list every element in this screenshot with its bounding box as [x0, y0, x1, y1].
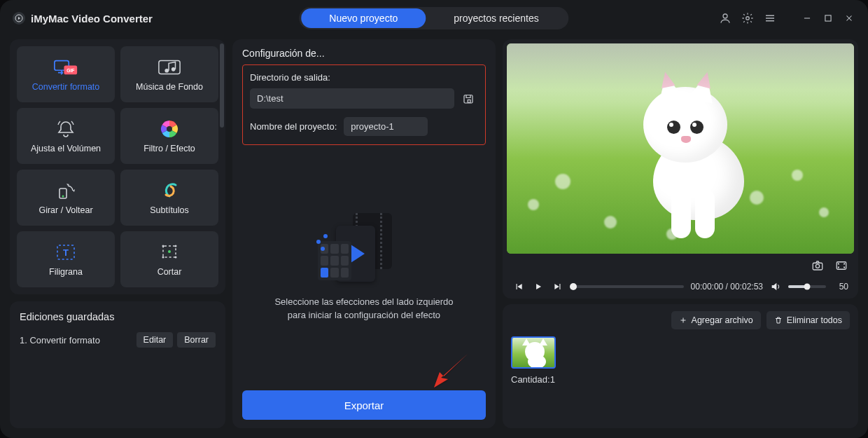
tool-label: Subtítulos: [150, 205, 189, 215]
music-icon: [158, 57, 181, 78]
bell-icon: [54, 118, 78, 139]
settings-gear-icon[interactable]: [741, 11, 755, 25]
app-logo: iMyMac Video Converter: [13, 12, 153, 25]
plus-icon: [679, 316, 687, 324]
svg-point-20: [175, 245, 177, 247]
watermark-icon: T: [54, 242, 78, 263]
svg-point-26: [816, 264, 819, 268]
tool-label: Música de Fondo: [136, 82, 203, 92]
window-minimize-icon[interactable]: [801, 12, 813, 25]
svg-rect-4: [825, 15, 831, 21]
placeholder-illustration-icon: [315, 213, 413, 283]
player-controls: 00:00:00 / 00:02:53 50: [507, 278, 854, 294]
saved-edits-panel: Ediciones guardadas 1. Convertir formato…: [10, 301, 225, 428]
tab-recent-projects[interactable]: proyectos recientes: [426, 8, 566, 28]
tab-new-project[interactable]: Nuevo proyecto: [301, 8, 426, 28]
svg-marker-1: [18, 17, 20, 20]
fullscreen-icon[interactable]: [833, 258, 850, 273]
folder-save-icon: [462, 93, 475, 105]
volume-icon[interactable]: [770, 281, 781, 292]
svg-text:T: T: [63, 247, 69, 258]
account-icon[interactable]: [718, 11, 732, 25]
saved-edit-label: 1. Convertir formato: [20, 335, 100, 345]
titlebar: iMyMac Video Converter Nuevo proyecto pr…: [0, 0, 868, 36]
saved-edit-row: 1. Convertir formato Editar Borrar: [20, 332, 216, 348]
tool-label: Filtro / Efecto: [144, 144, 195, 153]
prev-button[interactable]: [512, 280, 525, 293]
tool-adjust-volume[interactable]: Ajusta el Volúmen: [17, 108, 115, 164]
config-title: Configuración de...: [242, 48, 486, 59]
tool-panel: GIF Convertir formato: [10, 39, 225, 294]
project-name-label: Nombre del proyecto:: [250, 121, 337, 132]
tool-rotate-flip[interactable]: Girar / Voltear: [17, 170, 115, 226]
placeholder-text: Seleccione las efecciones del lado izqui…: [274, 296, 453, 322]
app-logo-icon: [13, 12, 25, 25]
preview-column: 00:00:00 / 00:02:53 50 Agregar archivo E…: [503, 39, 858, 428]
saved-delete-button[interactable]: Borrar: [177, 332, 216, 348]
tool-watermark[interactable]: T Filigrana: [17, 231, 115, 287]
svg-rect-24: [468, 100, 470, 102]
svg-point-12: [167, 126, 172, 132]
tool-crop[interactable]: Cortar: [120, 231, 218, 287]
preview-panel: 00:00:00 / 00:02:53 50: [503, 39, 858, 299]
svg-rect-23: [464, 95, 472, 102]
saved-edits-title: Ediciones guardadas: [20, 311, 216, 322]
next-button[interactable]: [552, 280, 564, 293]
tool-label: Girar / Voltear: [38, 205, 92, 215]
time-display: 00:00:00 / 00:02:53: [691, 282, 763, 292]
browse-folder-button[interactable]: [458, 89, 478, 109]
snapshot-icon[interactable]: [809, 258, 826, 273]
svg-point-3: [746, 17, 750, 20]
convert-format-icon: GIF: [54, 57, 78, 78]
tool-convert-format[interactable]: GIF Convertir formato: [17, 46, 115, 102]
svg-point-21: [162, 256, 164, 259]
crop-icon: [158, 242, 181, 263]
volume-value: 50: [833, 282, 848, 292]
color-wheel-icon: [158, 118, 181, 139]
window-maximize-icon[interactable]: [822, 12, 834, 25]
project-name-input[interactable]: [344, 117, 428, 136]
svg-point-18: [168, 250, 171, 253]
saved-edit-button[interactable]: Editar: [136, 332, 174, 348]
svg-point-10: [172, 67, 176, 71]
svg-point-14: [62, 196, 64, 198]
tool-background-music[interactable]: Música de Fondo: [120, 46, 218, 102]
tool-label: Convertir formato: [32, 82, 100, 92]
export-button[interactable]: Exportar: [242, 390, 486, 420]
file-count: Cantidad:1: [511, 374, 850, 385]
tool-label: Ajusta el Volúmen: [31, 144, 101, 153]
output-dir-label: Directorio de salida:: [250, 72, 478, 83]
svg-point-22: [175, 256, 177, 259]
effect-placeholder: Seleccione las efecciones del lado izqui…: [242, 145, 486, 390]
menu-icon[interactable]: [763, 11, 777, 25]
remove-all-button[interactable]: Eliminar todos: [766, 311, 850, 329]
video-preview[interactable]: [507, 43, 854, 254]
tool-subtitles[interactable]: Subtítulos: [120, 170, 218, 226]
output-settings-highlight: Directorio de salida: Nombre del proyect…: [242, 64, 486, 145]
seek-bar[interactable]: [571, 285, 684, 288]
trash-icon: [774, 316, 783, 324]
svg-point-19: [162, 245, 164, 247]
volume-slider[interactable]: [788, 285, 826, 288]
play-button[interactable]: [532, 280, 545, 293]
app-title: iMyMac Video Converter: [31, 13, 153, 25]
rotate-icon: [54, 180, 78, 201]
config-panel: Configuración de... Directorio de salida…: [232, 39, 496, 428]
tool-label: Filigrana: [49, 267, 83, 277]
svg-point-2: [723, 14, 727, 18]
file-thumbnail[interactable]: [511, 336, 556, 369]
add-file-button[interactable]: Agregar archivo: [671, 311, 761, 329]
subtitles-icon: [158, 180, 181, 201]
tool-label: Cortar: [158, 267, 182, 277]
svg-text:GIF: GIF: [66, 68, 74, 73]
window-close-icon[interactable]: [843, 12, 855, 25]
output-dir-input[interactable]: [250, 88, 454, 109]
files-panel: Agregar archivo Eliminar todos Cantidad:…: [503, 304, 858, 428]
tool-scrollbar[interactable]: [220, 43, 224, 128]
sidebar: GIF Convertir formato: [10, 39, 225, 428]
tool-filter-effect[interactable]: Filtro / Efecto: [120, 108, 218, 164]
app-window: iMyMac Video Converter Nuevo proyecto pr…: [0, 0, 868, 438]
project-tabs: Nuevo proyecto proyectos recientes: [299, 7, 568, 29]
svg-point-9: [164, 69, 169, 73]
